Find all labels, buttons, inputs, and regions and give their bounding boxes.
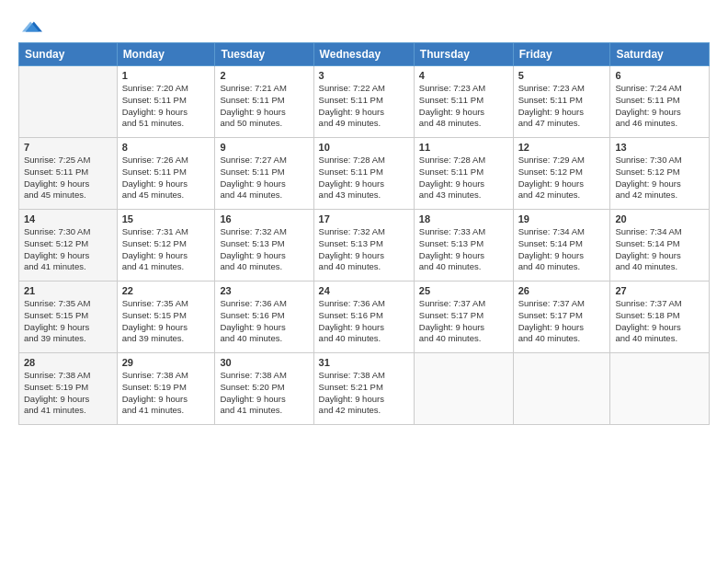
cell-content: Sunrise: 7:37 AMSunset: 5:17 PMDaylight:…: [419, 298, 508, 345]
weekday-header-row: SundayMondayTuesdayWednesdayThursdayFrid…: [19, 43, 710, 66]
cell-content: Sunrise: 7:37 AMSunset: 5:18 PMDaylight:…: [615, 298, 704, 345]
week-row-3: 14Sunrise: 7:30 AMSunset: 5:12 PMDayligh…: [19, 210, 710, 282]
cell-content: Sunrise: 7:35 AMSunset: 5:15 PMDaylight:…: [24, 298, 112, 345]
week-row-4: 21Sunrise: 7:35 AMSunset: 5:15 PMDayligh…: [19, 282, 710, 353]
cell-content: Sunrise: 7:29 AMSunset: 5:12 PMDaylight:…: [518, 155, 606, 201]
calendar-cell: 3Sunrise: 7:22 AMSunset: 5:11 PMDaylight…: [313, 66, 414, 138]
calendar-cell: 13Sunrise: 7:30 AMSunset: 5:12 PMDayligh…: [610, 138, 710, 210]
page: SundayMondayTuesdayWednesdayThursdayFrid…: [0, 0, 728, 563]
cell-content: Sunrise: 7:36 AMSunset: 5:16 PMDaylight:…: [319, 298, 409, 345]
weekday-header-tuesday: Tuesday: [215, 43, 313, 66]
calendar-cell: 20Sunrise: 7:34 AMSunset: 5:14 PMDayligh…: [610, 210, 710, 282]
calendar-cell: [513, 353, 610, 425]
calendar-table: SundayMondayTuesdayWednesdayThursdayFrid…: [18, 42, 710, 425]
calendar-cell: 10Sunrise: 7:28 AMSunset: 5:11 PMDayligh…: [313, 138, 414, 210]
calendar-cell: 29Sunrise: 7:38 AMSunset: 5:19 PMDayligh…: [117, 353, 215, 425]
calendar-cell: 30Sunrise: 7:38 AMSunset: 5:20 PMDayligh…: [215, 353, 313, 425]
calendar-cell: [19, 66, 118, 138]
calendar-cell: 23Sunrise: 7:36 AMSunset: 5:16 PMDayligh…: [215, 282, 313, 353]
day-number: 4: [419, 70, 508, 81]
day-number: 9: [220, 142, 308, 153]
calendar-cell: 26Sunrise: 7:37 AMSunset: 5:17 PMDayligh…: [513, 282, 610, 353]
day-number: 28: [24, 357, 112, 368]
cell-content: Sunrise: 7:23 AMSunset: 5:11 PMDaylight:…: [419, 83, 508, 130]
calendar-cell: 25Sunrise: 7:37 AMSunset: 5:17 PMDayligh…: [414, 282, 513, 353]
day-number: 2: [220, 70, 308, 81]
day-number: 29: [122, 357, 210, 368]
cell-content: Sunrise: 7:22 AMSunset: 5:11 PMDaylight:…: [319, 83, 409, 130]
day-number: 7: [24, 142, 112, 153]
calendar-cell: 2Sunrise: 7:21 AMSunset: 5:11 PMDaylight…: [215, 66, 313, 138]
cell-content: Sunrise: 7:38 AMSunset: 5:21 PMDaylight:…: [319, 370, 409, 417]
cell-content: Sunrise: 7:35 AMSunset: 5:15 PMDaylight:…: [122, 298, 210, 345]
calendar-cell: 21Sunrise: 7:35 AMSunset: 5:15 PMDayligh…: [19, 282, 118, 353]
cell-content: Sunrise: 7:32 AMSunset: 5:13 PMDaylight:…: [220, 226, 308, 273]
cell-content: Sunrise: 7:27 AMSunset: 5:11 PMDaylight:…: [220, 155, 308, 201]
cell-content: Sunrise: 7:38 AMSunset: 5:20 PMDaylight:…: [220, 370, 308, 417]
day-number: 5: [518, 70, 606, 81]
calendar-cell: 4Sunrise: 7:23 AMSunset: 5:11 PMDaylight…: [414, 66, 513, 138]
cell-content: Sunrise: 7:28 AMSunset: 5:11 PMDaylight:…: [319, 155, 409, 201]
calendar-cell: [610, 353, 710, 425]
calendar-cell: 9Sunrise: 7:27 AMSunset: 5:11 PMDaylight…: [215, 138, 313, 210]
day-number: 22: [122, 285, 210, 296]
logo: [18, 17, 42, 37]
day-number: 3: [319, 70, 409, 81]
cell-content: Sunrise: 7:34 AMSunset: 5:14 PMDaylight:…: [615, 226, 704, 273]
calendar-cell: 11Sunrise: 7:28 AMSunset: 5:11 PMDayligh…: [414, 138, 513, 210]
calendar-cell: 28Sunrise: 7:38 AMSunset: 5:19 PMDayligh…: [19, 353, 118, 425]
day-number: 6: [615, 70, 704, 81]
day-number: 16: [220, 213, 308, 224]
calendar-cell: 18Sunrise: 7:33 AMSunset: 5:13 PMDayligh…: [414, 210, 513, 282]
weekday-header-sunday: Sunday: [19, 43, 118, 66]
cell-content: Sunrise: 7:33 AMSunset: 5:13 PMDaylight:…: [419, 226, 508, 273]
week-row-1: 1Sunrise: 7:20 AMSunset: 5:11 PMDaylight…: [19, 66, 710, 138]
cell-content: Sunrise: 7:31 AMSunset: 5:12 PMDaylight:…: [122, 226, 210, 273]
week-row-5: 28Sunrise: 7:38 AMSunset: 5:19 PMDayligh…: [19, 353, 710, 425]
calendar-cell: 19Sunrise: 7:34 AMSunset: 5:14 PMDayligh…: [513, 210, 610, 282]
calendar-cell: 17Sunrise: 7:32 AMSunset: 5:13 PMDayligh…: [313, 210, 414, 282]
day-number: 25: [419, 285, 508, 296]
calendar-cell: 16Sunrise: 7:32 AMSunset: 5:13 PMDayligh…: [215, 210, 313, 282]
cell-content: Sunrise: 7:38 AMSunset: 5:19 PMDaylight:…: [24, 370, 112, 417]
logo-icon: [22, 17, 42, 37]
day-number: 26: [518, 285, 606, 296]
cell-content: Sunrise: 7:30 AMSunset: 5:12 PMDaylight:…: [615, 155, 704, 201]
calendar-cell: 14Sunrise: 7:30 AMSunset: 5:12 PMDayligh…: [19, 210, 118, 282]
day-number: 20: [615, 213, 704, 224]
cell-content: Sunrise: 7:30 AMSunset: 5:12 PMDaylight:…: [24, 226, 112, 273]
calendar-cell: 27Sunrise: 7:37 AMSunset: 5:18 PMDayligh…: [610, 282, 710, 353]
header: [18, 17, 710, 37]
calendar-cell: 6Sunrise: 7:24 AMSunset: 5:11 PMDaylight…: [610, 66, 710, 138]
cell-content: Sunrise: 7:28 AMSunset: 5:11 PMDaylight:…: [419, 155, 508, 201]
calendar-cell: 5Sunrise: 7:23 AMSunset: 5:11 PMDaylight…: [513, 66, 610, 138]
day-number: 15: [122, 213, 210, 224]
day-number: 1: [122, 70, 210, 81]
day-number: 19: [518, 213, 606, 224]
calendar-cell: 1Sunrise: 7:20 AMSunset: 5:11 PMDaylight…: [117, 66, 215, 138]
day-number: 31: [319, 357, 409, 368]
weekday-header-monday: Monday: [117, 43, 215, 66]
cell-content: Sunrise: 7:37 AMSunset: 5:17 PMDaylight:…: [518, 298, 606, 345]
cell-content: Sunrise: 7:23 AMSunset: 5:11 PMDaylight:…: [518, 83, 606, 130]
day-number: 23: [220, 285, 308, 296]
day-number: 14: [24, 213, 112, 224]
cell-content: Sunrise: 7:20 AMSunset: 5:11 PMDaylight:…: [122, 83, 210, 130]
calendar-cell: 31Sunrise: 7:38 AMSunset: 5:21 PMDayligh…: [313, 353, 414, 425]
calendar-cell: [414, 353, 513, 425]
weekday-header-saturday: Saturday: [610, 43, 710, 66]
day-number: 17: [319, 213, 409, 224]
day-number: 21: [24, 285, 112, 296]
cell-content: Sunrise: 7:21 AMSunset: 5:11 PMDaylight:…: [220, 83, 308, 130]
calendar-cell: 15Sunrise: 7:31 AMSunset: 5:12 PMDayligh…: [117, 210, 215, 282]
weekday-header-thursday: Thursday: [414, 43, 513, 66]
day-number: 13: [615, 142, 704, 153]
day-number: 10: [319, 142, 409, 153]
cell-content: Sunrise: 7:32 AMSunset: 5:13 PMDaylight:…: [319, 226, 409, 273]
day-number: 11: [419, 142, 508, 153]
weekday-header-wednesday: Wednesday: [313, 43, 414, 66]
cell-content: Sunrise: 7:26 AMSunset: 5:11 PMDaylight:…: [122, 155, 210, 201]
calendar-cell: 22Sunrise: 7:35 AMSunset: 5:15 PMDayligh…: [117, 282, 215, 353]
cell-content: Sunrise: 7:36 AMSunset: 5:16 PMDaylight:…: [220, 298, 308, 345]
calendar-cell: 24Sunrise: 7:36 AMSunset: 5:16 PMDayligh…: [313, 282, 414, 353]
